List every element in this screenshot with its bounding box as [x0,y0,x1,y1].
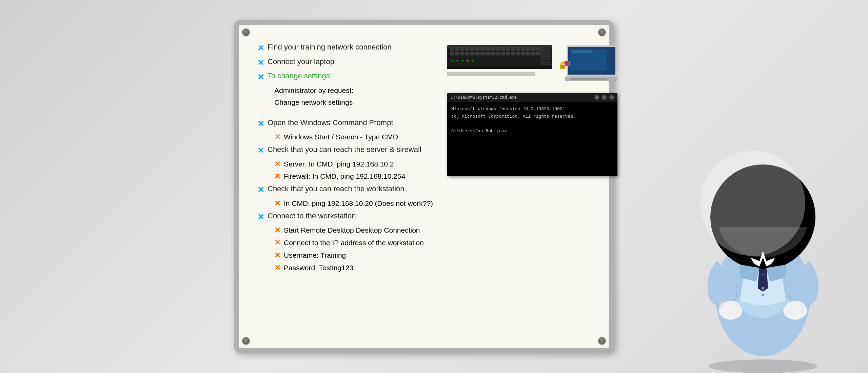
svg-rect-6 [470,47,474,51]
sub-text-3-2: Change network settings [274,97,353,107]
sub-text-5-2: Firewall: In CMD, ping 192.168.10.254 [284,171,405,181]
corner-bolt-bl [242,337,250,345]
svg-point-68 [762,287,764,290]
bullet-text-4: Open the Windows Command Prompt [268,118,393,128]
sub-text-7-4: Password: Testing123 [284,263,353,273]
figure-svg [678,85,848,373]
svg-point-42 [452,60,453,62]
svg-rect-24 [470,52,474,55]
svg-rect-57 [565,61,567,66]
svg-rect-4 [460,47,464,51]
svg-rect-8 [480,47,485,51]
svg-rect-54 [567,61,569,65]
cmd-titlebar: C:\WINDOWS\system32\cmd.exe ─ □ ✕ [447,93,617,102]
svg-rect-15 [516,47,520,51]
bullet-text-5: Check that you can reach the server & si… [268,144,421,155]
sub-bullet-5-2: ✕ [274,171,280,182]
switch-svg [447,42,556,76]
cmd-maximize-btn[interactable]: □ [602,95,607,100]
cmd-line-2: (c) Microsoft Corporation. All rights re… [451,113,613,120]
indent-group-4: ✕ Windows Start / Search - Type CMD [264,132,434,142]
sub-text-7-2: Connect to the IP address of the worksta… [284,238,424,248]
scene: ✕ Find your training network connection … [0,0,868,373]
bullet-x-1: ✕ [257,42,264,54]
svg-rect-37 [536,52,540,55]
laptop-svg [560,42,617,86]
sub-text-7-3: Username: Training [284,250,346,260]
cmd-window: C:\WINDOWS\system32\cmd.exe ─ □ ✕ Micros… [447,93,617,176]
sub-text-4-1: Windows Start / Search - Type CMD [284,132,398,142]
svg-rect-32 [511,52,515,55]
svg-rect-10 [491,47,495,51]
svg-rect-7 [475,47,479,51]
sub-item-6-1: ✕ In CMD: ping 192.168.10.20 (Does not w… [274,198,434,209]
svg-point-69 [762,294,764,296]
laptop-ethernet-image [560,42,617,86]
bullet-item-3: ✕ To change settings: [257,71,434,83]
svg-rect-19 [536,47,540,51]
svg-rect-18 [531,47,535,51]
sub-bullet-4-1: ✕ [274,132,280,142]
sub-item-5-2: ✕ Firewall: In CMD, ping 192.168.10.254 [274,171,434,182]
indent-group-5: ✕ Server: In CMD, ping 192.168.10.2 ✕ Fi… [264,159,434,182]
svg-point-46 [472,60,474,62]
sub-item-7-2: ✕ Connect to the IP address of the works… [274,238,434,248]
svg-rect-9 [486,47,490,51]
sub-bullet-5-1: ✕ [274,159,280,170]
sub-text-7-1: Start Remote Desktop Desktop Connection [284,225,420,235]
bullet-item-7: ✕ Connect to the workstation [257,211,434,223]
bullet-item-6: ✕ Check that you can reach the workstati… [257,184,434,196]
bullet-x-4: ✕ [257,118,264,130]
figure-container [678,85,848,373]
right-column: C:\WINDOWS\system32\cmd.exe ─ □ ✕ Micros… [447,42,617,331]
sub-bullet-7-4: ✕ [274,263,280,273]
svg-rect-21 [455,52,459,55]
svg-rect-5 [465,47,469,51]
cmd-line-3 [451,120,613,127]
svg-rect-38 [541,47,550,51]
svg-rect-11 [496,47,500,51]
sub-item-7-3: ✕ Username: Training [274,250,434,261]
spacer-1 [257,110,434,118]
svg-rect-28 [491,52,495,55]
svg-rect-23 [465,52,469,55]
bullet-item-2: ✕ Connect your laptop [257,57,434,68]
bullet-text-2: Connect your laptop [268,57,334,67]
svg-point-43 [457,60,458,62]
svg-point-44 [462,60,463,62]
cmd-minimize-btn[interactable]: ─ [594,95,599,100]
cmd-line-4: C:\Users\Jan Robijns> [451,128,613,135]
svg-rect-3 [455,47,459,51]
images-row-top [447,42,617,86]
indent-group-3: Administrator by request: Change network… [264,85,434,107]
sub-bullet-6-1: ✕ [274,198,280,209]
svg-rect-40 [541,56,550,60]
sub-item-7-1: ✕ Start Remote Desktop Desktop Connectio… [274,225,434,236]
sub-text-5-1: Server: In CMD, ping 192.168.10.2 [284,159,394,169]
bullet-item-1: ✕ Find your training network connection [257,42,434,54]
svg-rect-35 [526,52,530,55]
cmd-close-btn[interactable]: ✕ [609,95,614,100]
bullet-item-5: ✕ Check that you can reach the server & … [257,144,434,156]
sub-text-6-1: In CMD: ping 192.168.10.20 (Does not wor… [284,198,433,208]
svg-rect-12 [501,47,505,51]
svg-rect-41 [541,61,550,65]
bullet-text-1: Find your training network connection [268,42,392,53]
whiteboard: ✕ Find your training network connection … [234,20,614,353]
svg-rect-59 [572,51,592,53]
bullet-x-5: ✕ [257,145,264,156]
svg-rect-26 [480,52,485,55]
bullet-text-7: Connect to the workstation [268,211,356,221]
cmd-title-text: C:\WINDOWS\system32\cmd.exe [451,95,592,100]
svg-point-45 [467,60,469,62]
bullet-x-7: ✕ [257,211,264,223]
corner-bolt-br [598,337,606,345]
cmd-body: Microsoft Windows [Version 10.0.19635.10… [447,102,617,176]
svg-rect-13 [506,47,510,51]
sub-bullet-7-3: ✕ [274,250,280,261]
svg-rect-52 [570,78,607,80]
network-switch-image [447,42,556,76]
svg-rect-31 [506,52,510,55]
svg-rect-14 [511,47,515,51]
bullet-x-2: ✕ [257,57,264,68]
